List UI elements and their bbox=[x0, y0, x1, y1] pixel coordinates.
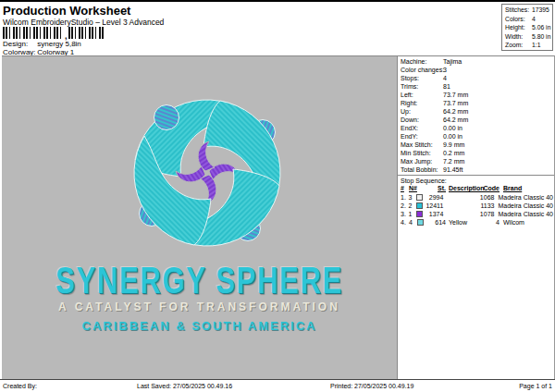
machine-row: Trims:81 bbox=[398, 82, 554, 91]
machine-row: Min Stitch:0.2 mm bbox=[398, 149, 554, 157]
col-header-st: St. bbox=[426, 185, 446, 191]
stop-sequence-row: 4. 4 614 Yellow 4 Wilcom bbox=[401, 218, 553, 227]
machine-row: Machine:Tajima bbox=[398, 57, 554, 66]
thread-color-swatch bbox=[417, 219, 424, 226]
stat-row-stitches: Stitches:17395 bbox=[505, 6, 552, 15]
machine-row: Down:64.2 mm bbox=[398, 116, 554, 124]
stat-label: Height: bbox=[505, 23, 532, 32]
stat-value: 5.80 in bbox=[532, 33, 550, 40]
stop-sequence-title: Stop Sequence: bbox=[401, 178, 447, 184]
stat-label: Width: bbox=[505, 32, 532, 42]
stop-sequence-row: 3. 1 1374 1078 Madeira Classic 40 bbox=[401, 210, 553, 218]
design-canvas: SYNERGY SPHERE A CATALYST FOR TRANSFORMA… bbox=[2, 55, 397, 379]
app-subtitle: Wilcom EmbroideryStudio – Level 3 Advanc… bbox=[3, 18, 164, 27]
machine-row: Max Jump:7.2 mm bbox=[398, 157, 554, 165]
col-header-swatch bbox=[417, 185, 426, 191]
design-label: Design: bbox=[3, 40, 35, 48]
printed-text: Printed: 27/05/2025 00.49.19 bbox=[330, 383, 413, 389]
last-saved-text: Last Saved: 27/05/2025 00.49.16 bbox=[137, 383, 232, 389]
created-by-label: Created By: bbox=[3, 383, 37, 389]
stat-value: 5.06 in bbox=[532, 24, 550, 31]
stat-row-width: Width:5.80 in bbox=[505, 32, 552, 42]
machine-row: EndY:0.00 in bbox=[398, 132, 554, 141]
stat-label: Colors: bbox=[505, 15, 532, 24]
col-header-code: Code bbox=[477, 185, 500, 191]
logo-region-text: CARIBBEAN & SOUTH AMERICA bbox=[2, 319, 397, 333]
stop-sequence-row: 2. 2 12411 1133 Madeira Classic 40 bbox=[401, 202, 553, 210]
panel-divider bbox=[398, 175, 554, 176]
logo-title-text: SYNERGY SPHERE bbox=[45, 260, 353, 301]
synergy-sphere-logo-graphic bbox=[122, 88, 292, 258]
design-name-row: Design: synergy 5,8in bbox=[3, 40, 81, 48]
col-header-n: N# bbox=[409, 185, 417, 191]
col-header-num: # bbox=[401, 185, 409, 191]
machine-row: Stops:4 bbox=[398, 74, 554, 82]
machine-info-list: Machine:Tajima Color changes:3 Stops:4 T… bbox=[398, 56, 554, 174]
thread-color-swatch bbox=[416, 202, 423, 209]
machine-row: Left:73.7 mm bbox=[398, 91, 554, 99]
machine-info-panel: Machine:Tajima Color changes:3 Stops:4 T… bbox=[397, 55, 555, 379]
design-barcode: , bbox=[3, 27, 104, 39]
machine-row: Right:73.7 mm bbox=[398, 99, 554, 107]
barcode-bars bbox=[3, 27, 64, 39]
page-number: Page 1 of 1 bbox=[519, 383, 552, 389]
machine-row: Color changes:3 bbox=[398, 66, 554, 74]
col-header-description: Description bbox=[446, 185, 477, 191]
stat-value: 1:1 bbox=[532, 42, 540, 48]
machine-row: Up:64.2 mm bbox=[398, 107, 554, 116]
barcode-separator: , bbox=[65, 33, 68, 39]
page-title: Production Worksheet bbox=[3, 4, 130, 18]
stat-value: 17395 bbox=[532, 6, 549, 13]
stat-row-height: Height:5.06 in bbox=[505, 23, 552, 32]
stop-sequence-row: 1. 3 2994 1068 Madeira Classic 40 bbox=[401, 193, 553, 202]
col-header-brand: Brand bbox=[500, 185, 522, 191]
stat-row-zoom: Zoom:1:1 bbox=[505, 41, 552, 50]
stat-label: Stitches: bbox=[505, 6, 532, 15]
design-value: synergy 5,8in bbox=[37, 40, 81, 48]
stat-value: 4 bbox=[532, 16, 536, 22]
thread-color-swatch bbox=[416, 194, 423, 201]
machine-row: Total Bobbin:91.45ft bbox=[398, 165, 554, 174]
stat-row-colors: Colors:4 bbox=[505, 15, 552, 24]
production-worksheet-page: Production Worksheet Wilcom EmbroiderySt… bbox=[0, 0, 555, 392]
barcode-bars bbox=[68, 27, 104, 39]
machine-row: EndX:0.00 in bbox=[398, 124, 554, 132]
stop-sequence-header: # N# St. Description Code Brand bbox=[401, 185, 553, 191]
thread-color-swatch bbox=[416, 211, 423, 217]
stat-label: Zoom: bbox=[505, 41, 532, 50]
logo-tagline-text: A CATALYST FOR TRANSFORMATION bbox=[2, 300, 397, 313]
page-footer: Created By: Last Saved: 27/05/2025 00.49… bbox=[0, 379, 555, 392]
design-stats-box: Stitches:17395 Colors:4 Height:5.06 in W… bbox=[501, 4, 553, 51]
machine-row: Max Stitch:9.9 mm bbox=[398, 141, 554, 149]
